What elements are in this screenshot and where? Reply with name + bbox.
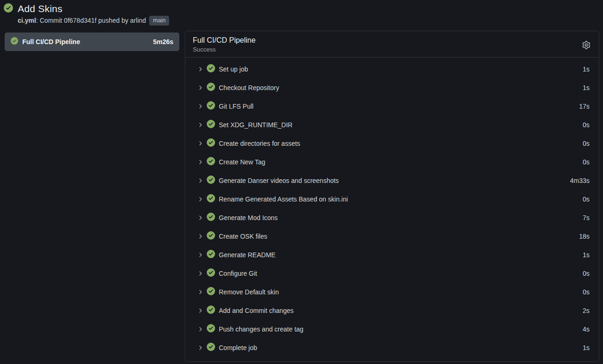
chevron-right-icon[interactable]: [197, 177, 204, 184]
step-duration: 0s: [583, 288, 590, 296]
step-row[interactable]: Push changes and create tag 4s: [185, 320, 599, 338]
step-label: Push changes and create tag: [219, 325, 583, 333]
chevron-right-icon[interactable]: [197, 251, 204, 259]
step-label: Complete job: [219, 344, 583, 351]
gear-icon: [582, 41, 590, 49]
step-row[interactable]: Complete job 1s: [185, 338, 599, 357]
job-settings-gear-button[interactable]: [580, 39, 592, 51]
chevron-right-icon[interactable]: [197, 121, 204, 129]
step-duration: 0s: [583, 270, 590, 277]
step-label: Git LFS Pull: [219, 103, 579, 110]
step-duration: 0s: [583, 121, 590, 129]
step-label: Remove Default skin: [219, 288, 583, 296]
step-row[interactable]: Set up job 1s: [185, 60, 599, 78]
chevron-right-icon[interactable]: [197, 344, 204, 351]
run-subtitle: ci.yml: Commit 0f678d341f pushed by arli…: [18, 16, 598, 26]
step-duration: 1s: [583, 84, 590, 91]
run-status-check-circle-icon: [4, 3, 13, 14]
step-duration: 1s: [583, 65, 590, 73]
step-success-check-circle-icon: [207, 306, 219, 316]
subtitle-separator: :: [36, 17, 40, 24]
run-header: Add Skins ci.yml: Commit 0f678d341f push…: [0, 0, 603, 29]
step-success-check-circle-icon: [207, 213, 219, 223]
step-row[interactable]: Checkout Repository 1s: [185, 78, 599, 97]
step-duration: 0s: [583, 140, 590, 147]
content-area: Full CI/CD Pipeline 5m26s Full CI/CD Pip…: [0, 31, 603, 362]
commit-word: Commit: [39, 17, 64, 24]
step-duration: 0s: [583, 158, 590, 166]
step-label: Generate Mod Icons: [219, 214, 583, 221]
chevron-right-icon[interactable]: [197, 288, 204, 296]
step-row[interactable]: Generate README 1s: [185, 246, 599, 264]
chevron-right-icon[interactable]: [197, 195, 204, 203]
job-duration: 5m26s: [153, 38, 173, 46]
step-label: Generate Danser videos and screenshots: [219, 177, 570, 184]
chevron-right-icon[interactable]: [197, 233, 204, 240]
step-duration: 4m33s: [570, 177, 590, 184]
step-label: Create New Tag: [219, 158, 583, 166]
step-success-check-circle-icon: [207, 343, 219, 353]
step-success-check-circle-icon: [207, 138, 219, 149]
step-row[interactable]: Git LFS Pull 17s: [185, 97, 599, 116]
chevron-right-icon[interactable]: [197, 65, 204, 73]
workflow-file-name: ci.yml: [18, 17, 36, 24]
step-success-check-circle-icon: [207, 324, 219, 334]
step-success-check-circle-icon: [207, 157, 219, 167]
step-success-check-circle-icon: [207, 268, 219, 279]
step-duration: 4s: [583, 325, 590, 333]
chevron-right-icon[interactable]: [197, 158, 204, 166]
step-duration: 0s: [583, 195, 590, 203]
step-success-check-circle-icon: [207, 194, 219, 204]
job-detail-panel: Full CI/CD Pipeline Success Set up job 1…: [185, 31, 599, 362]
step-success-check-circle-icon: [207, 287, 219, 297]
step-duration: 18s: [579, 233, 590, 240]
jobs-sidebar: Full CI/CD Pipeline 5m26s: [0, 31, 185, 51]
step-success-check-circle-icon: [207, 64, 219, 74]
step-label: Create directories for assets: [219, 140, 583, 147]
step-label: Add and Commit changes: [219, 307, 583, 314]
step-label: Checkout Repository: [219, 84, 583, 91]
job-success-check-circle-icon: [11, 37, 18, 46]
step-success-check-circle-icon: [207, 101, 219, 111]
chevron-right-icon[interactable]: [197, 103, 204, 110]
commit-hash-link[interactable]: 0f678d341f: [64, 17, 97, 24]
step-row[interactable]: Generate Mod Icons 7s: [185, 208, 599, 227]
step-row[interactable]: Remove Default skin 0s: [185, 283, 599, 301]
step-label: Generate README: [219, 251, 583, 259]
chevron-right-icon[interactable]: [197, 270, 204, 277]
panel-job-title: Full CI/CD Pipeline: [193, 36, 580, 45]
chevron-right-icon[interactable]: [197, 307, 204, 314]
step-label: Create OSK files: [219, 233, 579, 240]
step-row[interactable]: Add and Commit changes 2s: [185, 301, 599, 320]
panel-header: Full CI/CD Pipeline Success: [185, 31, 599, 58]
chevron-right-icon[interactable]: [197, 325, 204, 333]
step-row[interactable]: Rename Generated Assets Based on skin.in…: [185, 190, 599, 208]
step-duration: 2s: [583, 307, 590, 314]
step-success-check-circle-icon: [207, 83, 219, 93]
step-row[interactable]: Create New Tag 0s: [185, 153, 599, 171]
step-success-check-circle-icon: [207, 176, 219, 186]
chevron-right-icon[interactable]: [197, 140, 204, 147]
step-row[interactable]: Create OSK files 18s: [185, 227, 599, 246]
step-duration: 1s: [583, 251, 590, 259]
job-detail-panel-wrap: Full CI/CD Pipeline Success Set up job 1…: [185, 31, 599, 362]
step-duration: 7s: [583, 214, 590, 221]
step-success-check-circle-icon: [207, 250, 219, 260]
step-success-check-circle-icon: [207, 231, 219, 241]
actor-link[interactable]: arlind: [130, 17, 146, 24]
step-row[interactable]: Set XDG_RUNTIME_DIR 0s: [185, 116, 599, 134]
step-row[interactable]: Create directories for assets 0s: [185, 134, 599, 153]
chevron-right-icon[interactable]: [197, 84, 204, 91]
sidebar-job-item[interactable]: Full CI/CD Pipeline 5m26s: [5, 32, 179, 51]
step-duration: 1s: [583, 344, 590, 351]
run-title: Add Skins: [18, 3, 62, 14]
step-label: Set up job: [219, 65, 583, 73]
step-label: Set XDG_RUNTIME_DIR: [219, 121, 583, 129]
step-label: Configure Git: [219, 270, 583, 277]
step-row[interactable]: Configure Git 0s: [185, 264, 599, 283]
chevron-right-icon[interactable]: [197, 214, 204, 221]
steps-list: Set up job 1s Checkout Repository 1s Git…: [185, 58, 599, 359]
step-row[interactable]: Generate Danser videos and screenshots 4…: [185, 171, 599, 190]
step-label: Rename Generated Assets Based on skin.in…: [219, 195, 583, 203]
branch-badge[interactable]: main: [149, 16, 169, 26]
